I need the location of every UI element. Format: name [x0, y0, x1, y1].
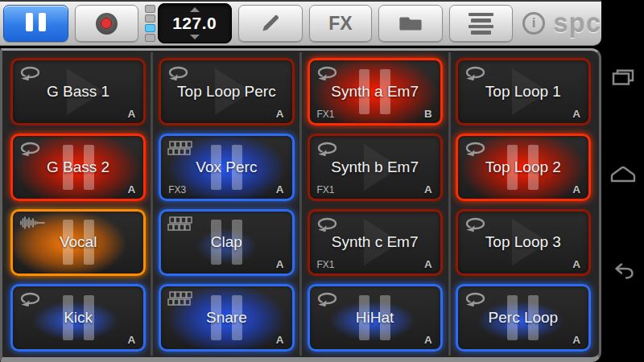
- pad-fx-label: FX1: [317, 109, 335, 120]
- beat-indicator: [145, 5, 155, 42]
- pad-label: Vox Perc: [161, 158, 291, 176]
- pad-fx-label: FX3: [168, 184, 186, 195]
- pad-top-loop-perc[interactable]: Top Loop PercA: [159, 58, 294, 125]
- beat-segment: [145, 5, 155, 13]
- folder-icon: [398, 14, 423, 33]
- fx-button-label: FX: [328, 13, 352, 35]
- back-button[interactable]: [611, 261, 635, 281]
- record-icon: [96, 13, 118, 35]
- loop-icon: [19, 141, 41, 156]
- pause-button[interactable]: [3, 5, 68, 42]
- pad-bank-label: A: [424, 183, 432, 195]
- pad-top-loop-2[interactable]: Top Loop 2A: [456, 134, 591, 201]
- pad-synth-b-em7[interactable]: Synth b Em7FX1A: [308, 134, 443, 201]
- pad-label: HiHat: [310, 309, 440, 327]
- pad-snare[interactable]: SnareA: [159, 284, 294, 352]
- pad-top-loop-3[interactable]: Top Loop 3A: [456, 209, 591, 277]
- loop-icon: [316, 141, 338, 156]
- pad-synth-a-em7[interactable]: Synth a Em7FX1B: [308, 58, 443, 125]
- pad-label: Snare: [161, 309, 291, 327]
- pad-g-bass-2[interactable]: G Bass 2A: [10, 134, 146, 201]
- pad-bank-label: A: [276, 334, 284, 346]
- pad-fx-label: FX1: [317, 184, 335, 195]
- fx-button[interactable]: FX: [309, 5, 373, 42]
- pencil-icon: [260, 13, 281, 34]
- pad-bank-label: A: [572, 108, 580, 120]
- pad-label: Top Loop 3: [458, 233, 588, 251]
- pad-label: Perc Loop: [458, 309, 588, 327]
- pad-top-loop-1[interactable]: Top Loop 1A: [456, 58, 591, 125]
- pad-clap[interactable]: ClapA: [159, 209, 294, 277]
- home-button[interactable]: [609, 164, 638, 183]
- loop-icon: [464, 141, 486, 156]
- loop-icon: [19, 65, 41, 80]
- pad-label: Vocal: [13, 233, 143, 251]
- pause-icon: [23, 13, 48, 34]
- loop-icon: [464, 65, 486, 80]
- loop-icon: [167, 65, 189, 80]
- pad-kick[interactable]: KickA: [10, 284, 146, 352]
- pad-grid: G Bass 1ATop Loop PercASynth a Em7FX1BTo…: [2, 51, 599, 357]
- tempo-value: 127.0: [172, 14, 217, 33]
- pad-label: Synth a Em7: [310, 83, 440, 101]
- tempo-up-icon[interactable]: [190, 7, 200, 12]
- pad-label: Kick: [13, 309, 143, 327]
- pad-perc-loop[interactable]: Perc LoopA: [456, 284, 591, 352]
- pad-fx-label: FX1: [317, 259, 335, 270]
- pad-synth-c-em7[interactable]: Synth c Em7FX1A: [308, 209, 443, 277]
- pad-bank-label: A: [572, 334, 580, 346]
- pad-g-bass-1[interactable]: G Bass 1A: [10, 58, 146, 125]
- pad-bank-label: A: [128, 108, 136, 120]
- tempo-down-icon[interactable]: [190, 35, 200, 39]
- folder-button[interactable]: [378, 5, 443, 42]
- loop-icon: [316, 65, 338, 80]
- pad-label: Top Loop 2: [458, 158, 588, 176]
- pad-label: G Bass 2: [13, 158, 143, 176]
- beat-segment: [145, 24, 155, 32]
- loop-icon: [316, 291, 338, 306]
- loop-icon: [464, 216, 486, 232]
- pad-bank-label: A: [276, 258, 284, 270]
- home-icon: [609, 172, 638, 186]
- list-icon: [469, 13, 493, 35]
- pad-panel: G Bass 1ATop Loop PercASynth a Em7FX1BTo…: [0, 48, 601, 362]
- pad-label: Synth b Em7: [310, 158, 440, 176]
- pad-vox-perc[interactable]: Vox PercFX3A: [159, 134, 294, 201]
- back-icon: [611, 269, 635, 283]
- pad-label: G Bass 1: [13, 83, 143, 101]
- pad-label: Top Loop Perc: [161, 83, 291, 101]
- pad-hihat[interactable]: HiHatA: [308, 284, 443, 352]
- loop-icon: [464, 291, 486, 306]
- pad-bank-label: A: [572, 258, 580, 270]
- song-list-button[interactable]: [449, 5, 513, 42]
- beat-segment: [145, 14, 155, 23]
- toolbar: 127.0 FX i spc: [0, 0, 601, 46]
- app-screen: 127.0 FX i spc G Bass 1ATop Loop PercASy…: [0, 0, 601, 362]
- loop-icon: [316, 216, 338, 232]
- pad-bank-label: A: [276, 183, 284, 195]
- pad-bank-label: A: [128, 334, 136, 346]
- info-icon: i: [532, 15, 536, 31]
- info-button[interactable]: i: [522, 12, 545, 35]
- pad-vocal[interactable]: Vocal: [10, 209, 146, 277]
- pad-label: Synth c Em7: [310, 233, 440, 251]
- recents-button[interactable]: [611, 68, 635, 88]
- edit-button[interactable]: [238, 5, 303, 42]
- record-button[interactable]: [75, 5, 138, 42]
- spc-logo: spc: [553, 8, 601, 39]
- slices-icon: [167, 141, 192, 156]
- recents-icon: [611, 77, 635, 91]
- waveform-icon: [19, 216, 48, 229]
- pad-bank-label: A: [128, 183, 136, 195]
- slices-icon: [167, 216, 192, 232]
- pad-label: Clap: [161, 233, 291, 251]
- android-navbar: [601, 0, 644, 362]
- pad-bank-label: A: [276, 108, 284, 120]
- pad-bank-label: A: [424, 258, 432, 270]
- slices-icon: [167, 291, 192, 306]
- beat-segment: [145, 34, 155, 42]
- loop-icon: [19, 291, 41, 306]
- pad-label: Top Loop 1: [458, 83, 588, 101]
- tempo-display[interactable]: 127.0: [158, 3, 232, 43]
- pad-bank-label: A: [424, 334, 432, 346]
